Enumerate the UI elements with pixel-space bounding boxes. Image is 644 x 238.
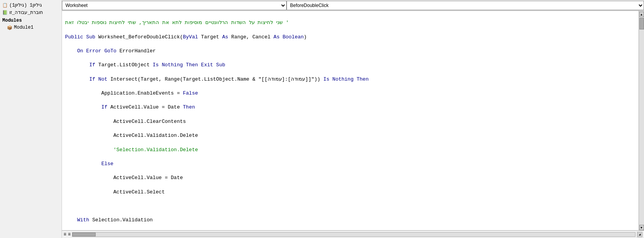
code-line-5: If Not Intersect(Target, Range(Target.Li…: [65, 76, 635, 83]
code-line-8: ActiveCell.ClearContents: [65, 118, 635, 125]
module-icon: 📦: [7, 25, 12, 30]
code-line-10: 'Selection.Validation.Delete: [65, 147, 635, 153]
procedure-dropdown[interactable]: BeforeDoubleClick: [287, 1, 644, 10]
icon-lines-1[interactable]: ≡: [64, 232, 66, 237]
code-line-1: ' שני לחיצות על השדות הרלוונטיים מוסיפות…: [65, 19, 635, 26]
code-area: ' שני לחיצות על השדות הרלוונטיים מוסיפות…: [62, 11, 644, 230]
main-area: Worksheet BeforeDoubleClick ' שני לחיצות…: [62, 0, 644, 238]
code-line-3: On Error GoTo ErrorHandler: [65, 48, 635, 55]
code-line-9: ActiveCell.Validation.Delete: [65, 132, 635, 139]
horizontal-scroll-thumb[interactable]: [72, 233, 96, 236]
scroll-thumb[interactable]: [639, 18, 644, 29]
workbook-icon: 📗: [2, 10, 8, 15]
code-line-7: If ActiveCell.Value = Date Then: [65, 104, 635, 111]
bottom-bar: ≡ ≡ ◢: [62, 230, 644, 238]
sidebar-item-workbook[interactable]: 📗 חוברת_עבודה_זו: [0, 9, 62, 16]
icon-lines-2[interactable]: ≡: [68, 232, 70, 237]
code-line-11: Else: [65, 160, 635, 167]
sidebar-item-workbook-label: חוברת_עבודה_זו: [9, 10, 43, 16]
code-line-12: ActiveCell.Value = Date: [65, 174, 635, 181]
code-line-2: Public Sub Worksheet_BeforeDoubleClick(B…: [65, 34, 635, 41]
vertical-scrollbar[interactable]: ▲ ▼: [639, 11, 644, 230]
resize-handle[interactable]: ◢: [637, 232, 642, 237]
bottom-icons: ≡ ≡: [64, 232, 70, 237]
code-line-15: With Selection.Validation: [65, 217, 635, 224]
scroll-up-arrow[interactable]: ▲: [639, 12, 644, 17]
code-line-6: Application.EnableEvents = False: [65, 90, 635, 97]
sidebar: 📋 גיליון1 (גיליון1) 📗 חוברת_עבודה_זו Mod…: [0, 0, 62, 238]
code-line-13: ActiveCell.Select: [65, 189, 635, 196]
scroll-down-arrow[interactable]: ▼: [639, 225, 644, 230]
sidebar-item-module1[interactable]: 📦 Module1: [0, 24, 62, 31]
toolbar: Worksheet BeforeDoubleClick: [62, 0, 644, 11]
code-editor[interactable]: ' שני לחיצות על השדות הרלוונטיים מוסיפות…: [62, 11, 639, 230]
sheet-icon: 📋: [2, 3, 8, 8]
sidebar-modules-header: Modules: [0, 16, 62, 24]
horizontal-scrollbar[interactable]: [72, 232, 635, 237]
code-line-4: If Target.ListObject Is Nothing Then Exi…: [65, 62, 635, 69]
sidebar-item-gilayon1-label: גיליון1 (גיליון1): [9, 2, 42, 8]
code-line-14: [65, 203, 635, 210]
sidebar-item-module1-label: Module1: [14, 25, 33, 30]
sidebar-item-gilayon1[interactable]: 📋 גיליון1 (גיליון1): [0, 2, 62, 9]
object-dropdown[interactable]: Worksheet: [62, 1, 287, 10]
